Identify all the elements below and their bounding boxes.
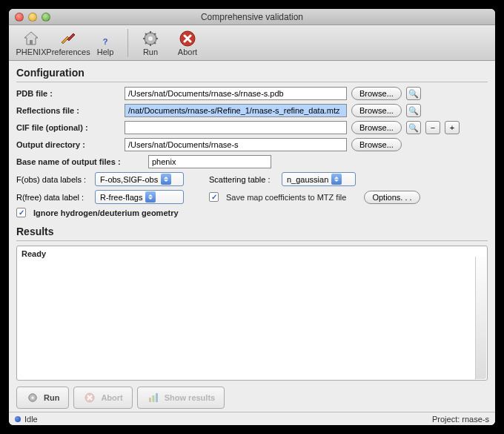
content: Configuration PDB file : Browse... 🔍 Ref… [9, 61, 495, 412]
pdb-label: PDB file : [16, 89, 120, 98]
gear-icon [26, 391, 39, 404]
gear-icon [142, 30, 159, 47]
fobs-label: F(obs) data labels : [16, 175, 90, 184]
help-label: Help [97, 47, 114, 56]
outdir-browse-button[interactable]: Browse... [351, 138, 402, 151]
plus-icon: + [450, 123, 454, 132]
preferences-label: Preferences [46, 47, 90, 56]
tools-icon [59, 30, 77, 47]
chevron-updown-icon [145, 191, 156, 203]
abort-icon [83, 391, 96, 404]
cif-input[interactable] [125, 121, 347, 134]
chart-icon [147, 391, 160, 404]
fobs-select[interactable]: F-obs,SIGF-obs [95, 172, 184, 186]
results-section: Results Ready Run Abort Show results [16, 224, 488, 409]
abort-action-button[interactable]: Abort [73, 387, 132, 409]
home-icon [22, 30, 40, 47]
window-title: Comprehensive validation [9, 12, 495, 22]
pdb-browse-button[interactable]: Browse... [351, 87, 402, 100]
svg-rect-16 [149, 398, 151, 402]
results-status: Ready [21, 249, 46, 258]
svg-line-11 [154, 33, 156, 35]
app-window: Comprehensive validation PHENIX Preferen… [9, 9, 495, 425]
show-results-button[interactable]: Show results [137, 387, 225, 409]
phenix-button[interactable]: PHENIX [13, 27, 49, 59]
svg-point-14 [31, 396, 34, 399]
chevron-updown-icon [331, 174, 342, 185]
svg-line-10 [145, 42, 147, 44]
options-button[interactable]: Options. . . [364, 191, 420, 204]
toolbar-separator [127, 29, 128, 57]
scat-value: n_gaussian [287, 175, 328, 184]
phenix-label: PHENIX [16, 47, 47, 56]
chevron-updown-icon [161, 174, 171, 185]
status-dot-icon [15, 416, 21, 422]
scat-select[interactable]: n_gaussian [282, 172, 356, 186]
basename-label: Base name of output files : [16, 157, 144, 166]
statusbar: Idle Project: rnase-s [9, 412, 495, 425]
scat-label: Scattering table : [209, 175, 277, 184]
run-action-button[interactable]: Run [16, 387, 69, 409]
search-icon: 🔍 [408, 89, 419, 99]
cif-label: CIF file (optional) : [16, 123, 120, 132]
pdb-input[interactable] [125, 87, 347, 100]
svg-text:?: ? [103, 37, 108, 46]
help-icon: ? [96, 30, 114, 47]
action-bar: Run Abort Show results [16, 387, 488, 409]
reflections-label: Reflections file : [16, 106, 120, 115]
reflections-search-button[interactable]: 🔍 [406, 104, 421, 117]
run-action-label: Run [44, 393, 59, 402]
cif-search-button[interactable]: 🔍 [406, 121, 421, 134]
toolbar: PHENIX Preferences ? Help Run Abort [9, 25, 495, 61]
outdir-input[interactable] [125, 138, 347, 151]
ignoreh-checkbox[interactable] [16, 208, 26, 217]
run-button[interactable]: Run [133, 27, 168, 59]
basename-input[interactable] [148, 155, 271, 168]
abort-button[interactable]: Abort [170, 27, 205, 59]
run-label: Run [143, 47, 158, 56]
divider [16, 240, 488, 241]
status-idle: Idle [24, 415, 38, 424]
reflections-input[interactable] [125, 104, 347, 117]
cif-browse-button[interactable]: Browse... [351, 121, 402, 134]
svg-rect-18 [156, 393, 158, 402]
rfree-label: R(free) data label : [16, 193, 90, 202]
search-icon: 🔍 [408, 123, 419, 133]
preferences-button[interactable]: Preferences [50, 27, 86, 59]
config-title: Configuration [16, 65, 488, 80]
abort-label: Abort [178, 47, 197, 56]
rfree-value: R-free-flags [100, 193, 142, 202]
cif-plus-button[interactable]: + [445, 121, 460, 134]
svg-rect-17 [152, 395, 154, 402]
cif-minus-button[interactable]: − [425, 121, 440, 134]
status-project: Project: rnase-s [432, 415, 489, 424]
results-output[interactable]: Ready [16, 246, 488, 381]
results-title: Results [16, 224, 488, 239]
show-results-label: Show results [165, 393, 215, 402]
savemap-label: Save map coefficients to MTZ file [226, 193, 346, 202]
ignoreh-label: Ignore hydrogen/deuterium geometry [33, 208, 179, 217]
svg-rect-0 [30, 40, 33, 45]
reflections-browse-button[interactable]: Browse... [351, 104, 402, 117]
minus-icon: − [431, 123, 435, 132]
abort-icon [179, 30, 196, 47]
help-button[interactable]: ? Help [87, 27, 123, 59]
fobs-value: F-obs,SIGF-obs [100, 175, 158, 184]
svg-line-8 [145, 33, 147, 35]
titlebar[interactable]: Comprehensive validation [9, 9, 495, 25]
divider [16, 82, 488, 82]
rfree-select[interactable]: R-free-flags [95, 190, 184, 204]
savemap-checkbox[interactable] [209, 192, 219, 202]
search-icon: 🔍 [408, 106, 419, 116]
outdir-label: Output directory : [16, 140, 120, 149]
abort-action-label: Abort [101, 393, 122, 402]
svg-point-3 [148, 36, 153, 41]
svg-line-9 [154, 42, 156, 44]
pdb-search-button[interactable]: 🔍 [406, 87, 421, 100]
